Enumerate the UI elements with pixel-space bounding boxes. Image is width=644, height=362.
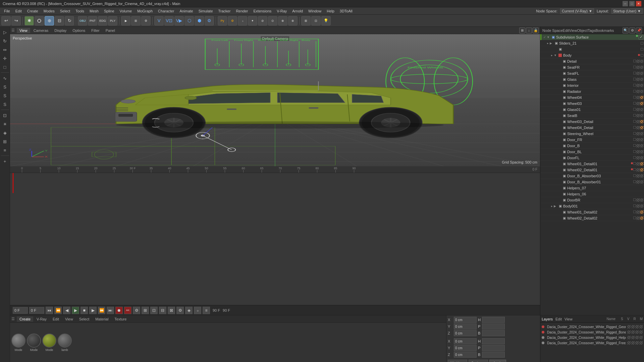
coord-h-input[interactable]	[482, 317, 505, 323]
coord-h2-input[interactable]	[482, 338, 505, 344]
coord-x-size-input[interactable]	[454, 338, 477, 344]
coord-transform-select[interactable]: Scale Rotate Move	[469, 360, 488, 362]
viewport-tab-display[interactable]: Display	[52, 28, 69, 33]
transport-auto-key[interactable]: AK	[124, 307, 131, 314]
layout-value[interactable]: Startup (User) ▼	[611, 8, 643, 14]
timeline-tracks[interactable]	[10, 173, 540, 305]
tree-item-glass[interactable]: ▣ Glass	[540, 76, 644, 82]
tree-item-doorbl[interactable]: ▣ Door_BL	[540, 149, 644, 155]
menu-file[interactable]: File	[1, 8, 13, 14]
transport-play[interactable]: ▶	[72, 307, 79, 314]
sidebar-material-icon[interactable]: ◈	[1, 129, 9, 137]
scene-tree[interactable]: ▸ ▶ ▣ Sliders_21 ▣ ▸ ▼	[540, 40, 644, 315]
material-item-3[interactable]: Mode	[42, 334, 56, 352]
tree-item-doorabsorber03[interactable]: ▣ Door_B_Absorber03	[540, 173, 644, 179]
rph-bookmarks[interactable]: Bookmarks	[595, 28, 614, 33]
mat-tab-select[interactable]: Select	[76, 316, 92, 322]
toolbar-vray2[interactable]: V⊡	[164, 16, 174, 25]
mat-tab-edit[interactable]: Edit	[50, 316, 62, 322]
material-item-1[interactable]: Mode	[11, 334, 25, 352]
minimize-button[interactable]: ─	[623, 1, 628, 6]
tree-item-doorabsorber01[interactable]: ▣ Door_B_Absorber01	[540, 179, 644, 185]
tree-item-helpers06[interactable]: ▣ Helpers_06	[540, 191, 644, 197]
br-row-freeze[interactable]: Dacia_Duster_2024_Crossover_White_Rigged…	[542, 340, 643, 346]
toolbar-render[interactable]: ▶	[121, 16, 130, 25]
transport-btn5[interactable]: ⊠	[168, 307, 175, 314]
viewport-tab-cameras[interactable]: Cameras	[31, 28, 51, 33]
tree-item-body[interactable]: ▸ ▼ Body	[540, 52, 644, 58]
coord-system-select[interactable]: World Object Parent	[448, 360, 467, 362]
sidebar-cursor-icon[interactable]: ▷	[1, 28, 9, 36]
viewport-tab-options[interactable]: Options	[70, 28, 88, 33]
menu-tracker[interactable]: Tracker	[216, 8, 233, 14]
viewport-lock-icon[interactable]: 🔒	[533, 27, 539, 34]
tree-item-body001[interactable]: ▸ ▶ ▣ Body001	[540, 203, 644, 209]
mat-tab-vray[interactable]: V-Ray	[34, 316, 49, 322]
viewport-3d[interactable]: Perspective Default Camera	[10, 34, 540, 166]
toolbar-render-view[interactable]: ⊞	[131, 16, 141, 25]
sidebar-light-icon[interactable]: ☀	[1, 120, 9, 128]
transport-btn6[interactable]: ⚙	[176, 307, 184, 314]
sidebar-spline-icon[interactable]: ∿	[1, 74, 9, 82]
tree-item-wheel03detail[interactable]: ▣ Wheel03_Detail	[540, 119, 644, 125]
br-tab-edit[interactable]: Edit	[555, 317, 562, 321]
toolbar-undo[interactable]: ↩	[1, 16, 11, 25]
rph-search-icon[interactable]: 🔍	[623, 27, 629, 34]
transport-skip-end[interactable]: ⏭	[107, 307, 114, 314]
tree-item-seatfr[interactable]: ▣ SeatFR	[540, 64, 644, 70]
node-space-value[interactable]: Current (V-Ray) ▼	[560, 8, 594, 14]
toolbar-tool5[interactable]: ⊗	[278, 16, 287, 25]
transport-skip-start[interactable]: ⏮	[46, 307, 53, 314]
menu-3dtoall[interactable]: 3DToAll	[337, 8, 355, 14]
toolbar-tool3[interactable]: ⊘	[258, 16, 267, 25]
menu-character[interactable]: Character	[155, 8, 177, 14]
toolbar-vray6[interactable]: ⚙	[205, 16, 214, 25]
transport-stop[interactable]: ■	[80, 307, 88, 314]
material-ball-3[interactable]	[42, 334, 56, 348]
transport-btn1[interactable]: ⚙	[133, 307, 140, 314]
transport-btn9[interactable]: ≡	[203, 307, 210, 314]
sidebar-object-icon[interactable]: □	[1, 63, 9, 71]
toolbar-vray1[interactable]: V	[154, 16, 164, 25]
close-button[interactable]: ✕	[636, 1, 641, 6]
toolbar-redo[interactable]: ↪	[11, 16, 21, 25]
tree-item-wheel02detail02[interactable]: ▣ Wheel02_Detail02	[540, 215, 644, 221]
sidebar-rotate-icon[interactable]: ↻	[1, 37, 9, 45]
toolbar-live-select[interactable]: ✱	[24, 16, 34, 25]
menu-select[interactable]: Select	[57, 8, 73, 14]
menu-simulate[interactable]: Simulate	[196, 8, 216, 14]
coord-p2-input[interactable]	[482, 345, 505, 351]
timeline-ruler[interactable]: 0 5 10 15 20 25 30 F 35 40 45 50 55 60 6…	[10, 166, 540, 173]
rph-edit[interactable]: Edit	[563, 28, 569, 33]
coord-x-pos-input[interactable]	[454, 317, 477, 323]
tree-item-steeringwheel[interactable]: ▣ Steering_Wheel	[540, 131, 644, 137]
material-ball-1[interactable]	[11, 334, 25, 348]
br-row-helpers[interactable]: Dacia_Duster_2024_Crossover_White_Rigged…	[542, 335, 643, 340]
transport-next-key[interactable]: ⏩	[98, 307, 105, 314]
coord-z-pos-input[interactable]	[454, 330, 477, 336]
sidebar-nurbs-icon[interactable]: S	[1, 83, 9, 91]
menu-extensions[interactable]: Extensions	[251, 8, 274, 14]
menu-tools[interactable]: Tools	[73, 8, 87, 14]
sidebar-xref-icon[interactable]: ⊞	[1, 137, 9, 145]
sidebar-scale-icon[interactable]: ⇔	[1, 46, 9, 54]
tree-item-doorb[interactable]: ▣ Door_B	[540, 143, 644, 149]
menu-vray[interactable]: V-Ray	[274, 8, 289, 14]
tree-item-glass01[interactable]: ▣ Glass01	[540, 107, 644, 113]
toolbar-tool6[interactable]: ⊛	[288, 16, 298, 25]
tree-item-doorfl[interactable]: ▣ DoorFL	[540, 155, 644, 161]
coord-z-size-input[interactable]	[454, 352, 477, 358]
toolbar-tool4[interactable]: ⊙	[268, 16, 277, 25]
tree-item-wheel01detail01[interactable]: ▣ Wheel01_Detail01	[540, 161, 644, 167]
br-tab-view[interactable]: View	[565, 317, 573, 321]
toolbar-py1[interactable]: Py	[218, 16, 227, 25]
tree-item-sliders21[interactable]: ▸ ▶ ▣ Sliders_21	[540, 40, 644, 46]
tree-item-seatb[interactable]: ▣ SeatB	[540, 113, 644, 119]
coord-y-size-input[interactable]	[454, 345, 477, 351]
toolbar-rotate[interactable]: ↻	[65, 16, 74, 25]
toolbar-snap[interactable]: ⊡	[311, 16, 321, 25]
transport-btn2[interactable]: ⊞	[142, 307, 149, 314]
menu-arnold[interactable]: Arnold	[289, 8, 306, 14]
transport-prev-frame[interactable]: ◀	[63, 307, 70, 314]
rph-object[interactable]: Object	[577, 28, 588, 33]
